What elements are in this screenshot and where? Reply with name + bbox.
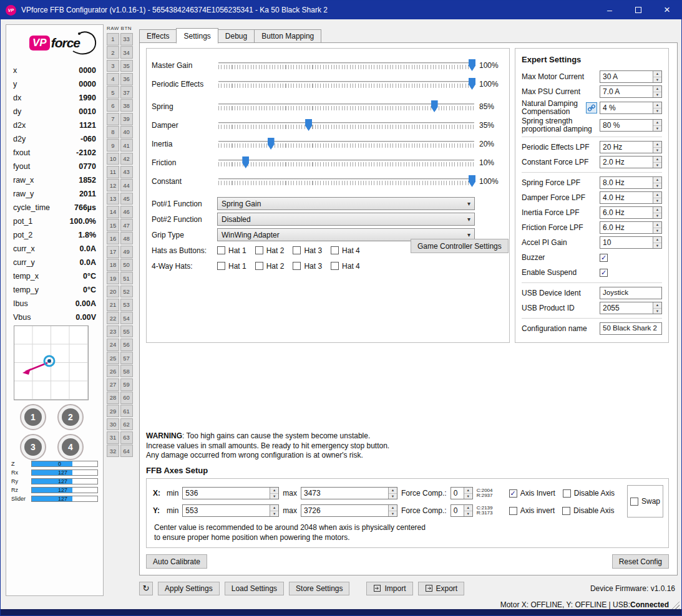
spin-up-icon[interactable]: ▲: [653, 71, 661, 77]
spin-up-icon[interactable]: ▲: [270, 505, 278, 511]
slider-track[interactable]: [217, 100, 475, 113]
spin-up-icon[interactable]: ▲: [653, 102, 661, 108]
hat-checkbox[interactable]: Hat 1: [217, 246, 246, 255]
x-force-comp-spinbox[interactable]: 0▲▼: [451, 487, 473, 499]
spin-up-icon[interactable]: ▲: [464, 505, 472, 511]
spin-down-icon[interactable]: ▼: [653, 308, 661, 314]
spin-up-icon[interactable]: ▲: [389, 505, 397, 511]
spin-up-icon[interactable]: ▲: [653, 86, 661, 92]
hat-checkbox[interactable]: Hat 2: [255, 262, 285, 271]
expert-input-usb-device-ident[interactable]: Joystick: [600, 287, 662, 299]
y-min-spinbox[interactable]: 553▲▼: [182, 504, 279, 517]
tab-settings[interactable]: Settings: [176, 28, 218, 44]
x-disable-axis-checkbox[interactable]: Disable Axis: [563, 489, 615, 498]
y-axis-invert-checkbox[interactable]: Axis invert: [509, 506, 555, 515]
slider-track[interactable]: [217, 138, 475, 150]
reset-config-button[interactable]: Reset Config: [612, 554, 669, 569]
expert-spinbox-max-psu-current[interactable]: 7.0 A▲▼: [600, 85, 662, 98]
link-icon[interactable]: [586, 102, 597, 113]
slider-handle[interactable]: [431, 100, 438, 112]
spin-up-icon[interactable]: ▲: [270, 488, 278, 493]
slider-track[interactable]: [217, 59, 475, 72]
expert-checkbox-buzzer[interactable]: ✓: [600, 254, 662, 262]
spin-down-icon[interactable]: ▼: [653, 147, 661, 153]
slider-handle[interactable]: [242, 156, 249, 168]
expert-spinbox-natural-damping-compensation[interactable]: 4 %▲▼: [600, 102, 662, 114]
spin-up-icon[interactable]: ▲: [653, 156, 661, 162]
spin-down-icon[interactable]: ▼: [464, 511, 472, 517]
hat-checkbox[interactable]: Hat 3: [293, 262, 322, 271]
spin-up-icon[interactable]: ▲: [653, 207, 661, 213]
expert-spinbox-periodic-effects-lpf[interactable]: 20 Hz▲▼: [600, 141, 662, 153]
slider-track[interactable]: [217, 156, 475, 169]
slider-handle[interactable]: [469, 175, 475, 187]
tab-debug[interactable]: Debug: [218, 29, 255, 43]
expert-spinbox-inertia-force-lpf[interactable]: 6.0 Hz▲▼: [600, 206, 662, 219]
swap-checkbox[interactable]: Swap: [630, 497, 660, 506]
slider-handle[interactable]: [469, 59, 475, 71]
slider-handle[interactable]: [469, 78, 475, 90]
spin-up-icon[interactable]: ▲: [653, 120, 661, 125]
expert-spinbox-friction-force-lpf[interactable]: 6.0 Hz▲▼: [600, 221, 662, 234]
load-settings-button[interactable]: Load Settings: [225, 582, 284, 595]
tab-button-mapping[interactable]: Button Mapping: [254, 29, 321, 43]
expert-spinbox-max-motor-current[interactable]: 30 A▲▼: [600, 70, 662, 83]
expert-spinbox-usb-product-id[interactable]: 2055▲▼: [600, 302, 662, 314]
spin-down-icon[interactable]: ▼: [464, 493, 472, 499]
spin-up-icon[interactable]: ▲: [464, 488, 472, 493]
spin-down-icon[interactable]: ▼: [653, 125, 661, 132]
hat-checkbox[interactable]: Hat 3: [293, 246, 322, 255]
slider-handle[interactable]: [268, 138, 275, 150]
export-button[interactable]: Export: [418, 582, 465, 595]
spin-down-icon[interactable]: ▼: [653, 243, 661, 249]
spin-down-icon[interactable]: ▼: [653, 198, 661, 204]
hat-checkbox[interactable]: Hat 2: [255, 246, 285, 255]
spin-up-icon[interactable]: ▲: [653, 177, 661, 183]
expert-spinbox-spring-force-lpf[interactable]: 8.0 Hz▲▼: [600, 176, 662, 189]
spin-down-icon[interactable]: ▼: [653, 92, 661, 98]
apply-settings-button[interactable]: Apply Settings: [158, 582, 220, 595]
refresh-button[interactable]: ↻: [139, 582, 153, 595]
spin-up-icon[interactable]: ▲: [389, 488, 397, 493]
close-button[interactable]: ×: [653, 1, 681, 19]
spin-down-icon[interactable]: ▼: [270, 511, 278, 517]
spin-down-icon[interactable]: ▼: [653, 162, 661, 168]
spin-up-icon[interactable]: ▲: [653, 192, 661, 198]
spin-up-icon[interactable]: ▲: [653, 222, 661, 228]
game-controller-settings-button[interactable]: Game Controller Settings: [411, 239, 509, 253]
hat-checkbox[interactable]: Hat 4: [331, 246, 360, 255]
maximize-button[interactable]: [624, 1, 653, 19]
y-max-spinbox[interactable]: 3726▲▼: [301, 504, 397, 517]
expert-spinbox-damper-force-lpf[interactable]: 4.0 Hz▲▼: [600, 191, 662, 204]
expert-input-configuration-name[interactable]: 50 Black Shark 2: [600, 322, 662, 335]
spin-down-icon[interactable]: ▼: [270, 493, 278, 499]
spin-up-icon[interactable]: ▲: [653, 237, 661, 243]
y-force-comp-spinbox[interactable]: 0▲▼: [451, 504, 473, 517]
spin-up-icon[interactable]: ▲: [653, 142, 661, 147]
spin-down-icon[interactable]: ▼: [389, 493, 397, 499]
import-button[interactable]: Import: [366, 582, 412, 595]
slider-track[interactable]: [217, 175, 475, 188]
y-disable-axis-checkbox[interactable]: Disable Axis: [562, 506, 614, 515]
expert-spinbox-accel-pi-gain[interactable]: 10▲▼: [600, 236, 662, 249]
spin-down-icon[interactable]: ▼: [653, 108, 661, 114]
combo-pot-2-function[interactable]: Disabled▾: [217, 213, 475, 226]
slider-track[interactable]: [217, 78, 475, 90]
spin-down-icon[interactable]: ▼: [389, 511, 397, 517]
slider-track[interactable]: [217, 119, 475, 132]
spin-down-icon[interactable]: ▼: [653, 183, 661, 189]
expert-spinbox-constant-force-lpf[interactable]: 2.0 Hz▲▼: [600, 156, 662, 168]
slider-handle[interactable]: [305, 119, 312, 131]
spin-down-icon[interactable]: ▼: [653, 77, 661, 83]
store-settings-button[interactable]: Store Settings: [289, 582, 349, 595]
auto-calibrate-button[interactable]: Auto Calibrate: [146, 554, 207, 569]
minimize-button[interactable]: –: [595, 1, 624, 19]
x-min-spinbox[interactable]: 536▲▼: [182, 487, 279, 499]
expert-checkbox-enable-suspend[interactable]: ✓: [600, 269, 662, 277]
hat-checkbox[interactable]: Hat 4: [331, 262, 360, 271]
hat-checkbox[interactable]: Hat 1: [217, 262, 246, 271]
spin-up-icon[interactable]: ▲: [653, 302, 661, 308]
spin-down-icon[interactable]: ▼: [653, 213, 661, 219]
expert-spinbox-spring-strength-proportional-damping[interactable]: 80 %▲▼: [600, 119, 662, 132]
spin-down-icon[interactable]: ▼: [653, 228, 661, 234]
